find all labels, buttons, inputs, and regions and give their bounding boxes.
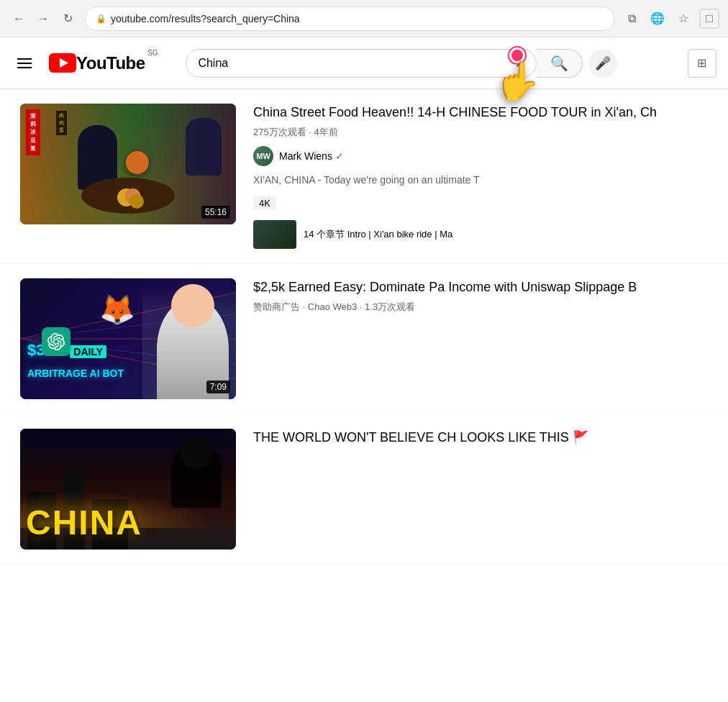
cursor-hand: 👆 [494, 59, 541, 103]
result-title-3[interactable]: THE WORLD WON'T BELIEVE CH LOOKS LIKE TH… [253, 429, 714, 447]
bookmark-button[interactable]: ☆ [673, 9, 693, 29]
header-actions: ⊞ [688, 49, 716, 78]
mic-icon: 🎤 [595, 55, 611, 71]
result-item-3[interactable]: CHINA THE WORLD WON'T BELIEVE CH LOOKS L… [0, 414, 728, 565]
youtube-logo-country: SG [147, 49, 158, 57]
browser-chrome: ← → ↻ 🔒 youtube.com/results?search_query… [0, 0, 728, 37]
search-results: 茉莉冰豆浆 肉鸡蛋 55:16 China Street Food Heaven… [0, 89, 728, 565]
search-input-text: China [198, 57, 507, 70]
hamburger-line-2 [17, 63, 32, 64]
chapter-thumbnail [253, 220, 296, 249]
create-icon: ⊞ [697, 56, 706, 70]
thumb2-background: 🦊 $3K+ DAILY ARBITRAGE AI BOT [20, 278, 236, 399]
address-bar[interactable]: 🔒 youtube.com/results?search_query=China [85, 6, 614, 31]
search-box[interactable]: China ✕ [186, 49, 537, 78]
search-button[interactable]: 🔍 [537, 49, 583, 78]
thumb3-background: CHINA [20, 429, 236, 550]
channel-avatar-1: MW [253, 146, 273, 166]
browser-nav-buttons: ← → ↻ [9, 9, 78, 29]
result-info-1: China Street Food Heaven!! 14-H CHINESE … [253, 104, 714, 249]
hamburger-line-1 [17, 58, 32, 60]
video-duration-2: 7:09 [206, 380, 230, 393]
video-thumbnail-1[interactable]: 茉莉冰豆浆 肉鸡蛋 55:16 [20, 104, 236, 224]
refresh-button[interactable]: ↻ [58, 9, 78, 29]
external-link-button[interactable]: ⧉ [622, 9, 642, 29]
mic-button[interactable]: 🎤 [588, 49, 617, 78]
result-tag-4k: 4K [253, 196, 276, 210]
result-description-1: XI'AN, CHINA - Today we're going on an u… [253, 173, 714, 188]
translate-button[interactable]: 🌐 [647, 9, 668, 29]
video-thumbnail-3[interactable]: CHINA [20, 429, 236, 550]
result-channel-1: MW Mark Wiens ✓ [253, 146, 714, 166]
chapters-preview[interactable]: 14 个章节 Intro | Xi'an bike ride | Ma [253, 220, 714, 249]
channel-name-text-1: Mark Wiens [279, 150, 332, 162]
result-meta-1: 275万次观看 · 4年前 [253, 126, 714, 139]
result-info-3: THE WORLD WON'T BELIEVE CH LOOKS LIKE TH… [253, 429, 714, 550]
youtube-logo-icon [49, 53, 76, 73]
result-info-2: $2,5k Earned Easy: Dominate Pa Income wi… [253, 278, 714, 399]
back-button[interactable]: ← [9, 9, 29, 29]
search-area: China ✕ 🔍 👆 🎤 [186, 49, 617, 78]
channel-avatar-placeholder-1: MW [253, 146, 273, 166]
chapter-info: 14 个章节 Intro | Xi'an bike ride | Ma [304, 228, 452, 241]
result-title-2[interactable]: $2,5k Earned Easy: Dominate Pa Income wi… [253, 278, 714, 296]
video-thumbnail-2[interactable]: 🦊 $3K+ DAILY ARBITRAGE AI BOT 7:09 [20, 278, 236, 399]
search-icon: 🔍 [550, 55, 568, 72]
youtube-header: YouTube SG China ✕ 🔍 👆 🎤 ⊞ [0, 37, 728, 89]
result-item-2[interactable]: 🦊 $3K+ DAILY ARBITRAGE AI BOT 7:09 [0, 264, 728, 414]
forward-button[interactable]: → [33, 9, 53, 29]
youtube-logo[interactable]: YouTube SG [49, 53, 145, 73]
address-text: youtube.com/results?search_query=China [111, 13, 604, 24]
browser-actions: ⧉ 🌐 ☆ □ [622, 9, 719, 29]
lock-icon: 🔒 [96, 14, 106, 24]
youtube-logo-text: YouTube [76, 53, 145, 73]
create-button[interactable]: ⊞ [688, 49, 716, 78]
menu-button[interactable] [12, 53, 37, 74]
channel-name-1[interactable]: Mark Wiens ✓ [279, 150, 344, 162]
chapters-detail: Intro | Xi'an bike ride | Ma [347, 229, 453, 240]
extensions-button[interactable]: □ [699, 9, 719, 29]
result-meta-2: 赞助商广告 · Chao Web3 · 1.3万次观看 [253, 301, 714, 314]
result-item-1[interactable]: 茉莉冰豆浆 肉鸡蛋 55:16 China Street Food Heaven… [0, 89, 728, 264]
chapters-count: 14 个章节 [304, 229, 345, 240]
video-duration-1: 55:16 [201, 206, 230, 219]
hamburger-line-3 [17, 67, 32, 68]
chatgpt-icon [42, 327, 70, 356]
result-title-1[interactable]: China Street Food Heaven!! 14-H CHINESE … [253, 104, 714, 122]
verified-badge-1: ✓ [335, 150, 344, 162]
